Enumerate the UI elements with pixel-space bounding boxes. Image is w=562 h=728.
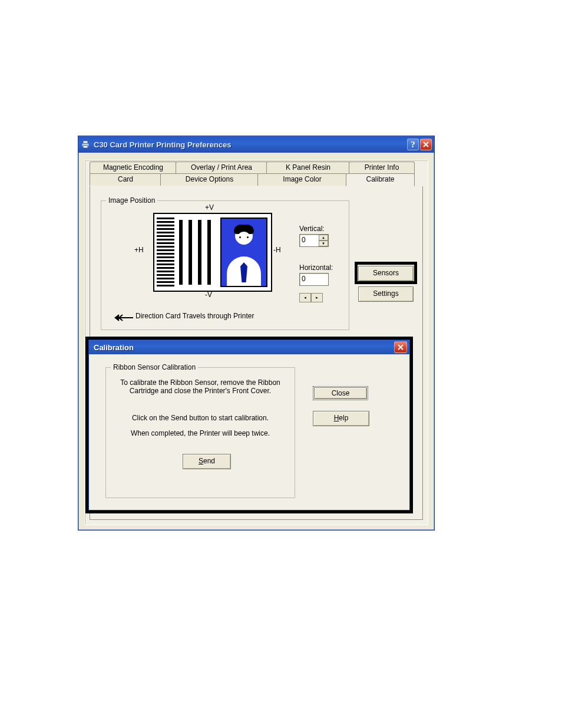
ribbon-text-3: When completed, the Printer will beep tw… [106, 429, 295, 437]
help-dialog-button[interactable]: Help [313, 411, 369, 426]
close-button[interactable] [420, 139, 432, 150]
vertical-value[interactable]: 0 [300, 235, 319, 246]
help-button-label: Help [334, 414, 349, 422]
horizontal-value[interactable]: 0 [300, 274, 328, 285]
horizontal-scroll[interactable]: ◄ ► [299, 293, 323, 302]
ribbon-group-legend: Ribbon Sensor Calibration [111, 363, 198, 371]
ribbon-sensor-group: Ribbon Sensor Calibration To calibrate t… [105, 367, 295, 498]
tab-k-panel-resin[interactable]: K Panel Resin [266, 162, 350, 174]
window-title: C30 Card Printer Printing Preferences [94, 140, 406, 149]
stripes-graphic [177, 214, 219, 291]
send-button-label: Send [199, 457, 215, 465]
tab-device-options[interactable]: Device Options [160, 173, 259, 186]
vertical-spin-up[interactable]: ▲ [319, 235, 328, 241]
help-button[interactable]: ? [407, 139, 419, 150]
ribbon-text-1: To calibrate the Ribbon Sensor, remove t… [106, 378, 295, 395]
svg-rect-1 [83, 141, 88, 143]
card-preview-image [153, 213, 272, 292]
tab-magnetic-encoding[interactable]: Magnetic Encoding [90, 162, 177, 174]
tab-printer-info[interactable]: Printer Info [349, 162, 415, 174]
tab-card[interactable]: Card [90, 173, 161, 186]
send-button[interactable]: Send [183, 454, 231, 469]
calibration-dialog: Calibration Ribbon Sensor Calibration To… [88, 340, 410, 510]
calibration-body: Ribbon Sensor Calibration To calibrate t… [89, 354, 409, 510]
calibration-dialog-highlight: Calibration Ribbon Sensor Calibration To… [85, 337, 413, 513]
titlebar: C30 Card Printer Printing Preferences ? [78, 136, 434, 153]
svg-rect-2 [83, 146, 88, 148]
tabstrip: Magnetic Encoding Overlay / Print Area K… [90, 162, 423, 187]
vertical-spinner[interactable]: 0 ▲ ▼ [299, 234, 329, 247]
direction-note: Direction Card Travels through Printer [135, 312, 254, 320]
axis-h-plus-label: +H [134, 246, 144, 254]
horizontal-scroll-left[interactable]: ◄ [299, 293, 311, 302]
portrait-graphic [220, 218, 267, 287]
tab-image-color[interactable]: Image Color [257, 173, 347, 186]
settings-button[interactable]: Settings [358, 286, 414, 302]
image-position-legend: Image Position [106, 196, 157, 205]
axis-v-plus-label: +V [205, 203, 214, 212]
printer-icon [81, 140, 90, 149]
ribbon-text-2: Click on the Send button to start calibr… [106, 414, 295, 422]
calibration-titlebar: Calibration [89, 340, 409, 354]
close-dialog-button[interactable]: Close [313, 386, 368, 400]
preferences-window: C30 Card Printer Printing Preferences ? … [78, 136, 435, 531]
axis-v-minus-label: -V [205, 291, 212, 299]
horizontal-label: Horizontal: [299, 263, 333, 272]
vertical-label: Vertical: [299, 225, 325, 233]
sensors-button[interactable]: Sensors [358, 266, 414, 281]
vertical-spin-down[interactable]: ▼ [319, 241, 328, 246]
tab-calibrate[interactable]: Calibrate [346, 173, 415, 186]
barcode-graphic [157, 218, 174, 287]
horizontal-input[interactable]: 0 [299, 273, 329, 286]
tab-overlay-print-area[interactable]: Overlay / Print Area [176, 162, 267, 174]
calibration-title: Calibration [91, 343, 394, 352]
horizontal-scroll-right[interactable]: ► [311, 293, 323, 302]
calibration-close-icon[interactable] [394, 341, 407, 353]
image-position-group: Image Position +V -V +H -H [101, 200, 349, 330]
direction-arrow-icon [114, 314, 133, 320]
axis-h-minus-label: -H [273, 246, 281, 254]
close-button-label: Close [332, 389, 350, 397]
vertical-spin-buttons[interactable]: ▲ ▼ [319, 235, 328, 246]
